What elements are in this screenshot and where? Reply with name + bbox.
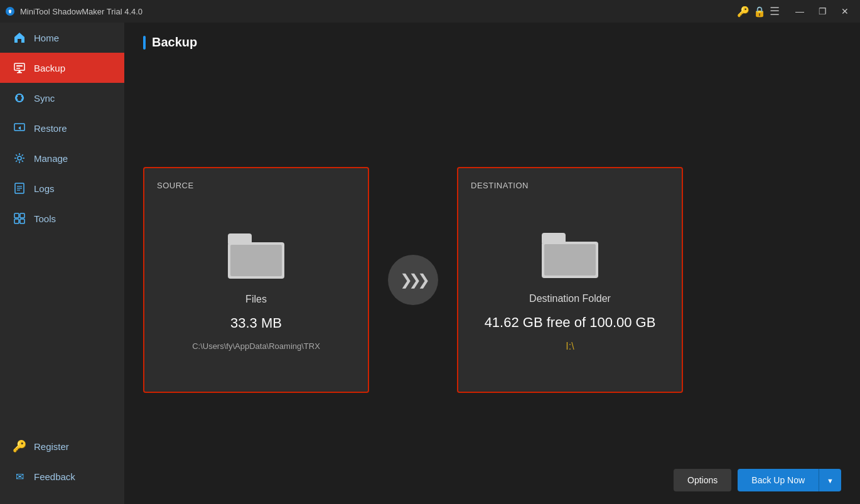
title-bar: MiniTool ShadowMaker Trial 4.4.0 🔑 🔒 ☰ —… xyxy=(0,0,860,23)
source-path: C:\Users\fy\AppData\Roaming\TRX xyxy=(192,341,320,351)
logs-icon xyxy=(13,181,26,195)
source-size: 33.3 MB xyxy=(230,315,282,331)
destination-label: DESTINATION xyxy=(471,181,669,190)
page-title: Backup xyxy=(152,35,197,50)
destination-folder-icon xyxy=(542,233,598,278)
backup-now-button[interactable]: Back Up Now xyxy=(738,469,819,491)
options-button[interactable]: Options xyxy=(674,469,731,491)
arrow-connector: ❯❯❯ xyxy=(388,255,438,305)
source-main-text: Files xyxy=(245,294,267,305)
title-bar-left: MiniTool ShadowMaker Trial 4.4.0 xyxy=(5,6,142,16)
tools-icon xyxy=(13,212,26,225)
restore-label: Restore xyxy=(34,123,67,134)
register-label: Register xyxy=(34,441,69,452)
sidebar-item-register[interactable]: 🔑 Register xyxy=(0,431,124,461)
sidebar: Home Backup xyxy=(0,23,124,504)
sidebar-bottom: 🔑 Register ✉ Feedback xyxy=(0,431,124,504)
close-button[interactable]: ✕ xyxy=(835,3,855,20)
main-layout: Home Backup xyxy=(0,23,860,504)
svg-point-6 xyxy=(18,156,21,160)
backup-now-group: Back Up Now ▼ xyxy=(738,469,841,491)
sync-icon xyxy=(13,91,26,105)
content-area: Backup SOURCE Files 33.3 MB C:\Users\fy\… xyxy=(124,23,860,504)
home-label: Home xyxy=(34,33,59,43)
key-button[interactable]: 🔑 xyxy=(737,6,750,18)
feedback-label: Feedback xyxy=(34,471,75,482)
sidebar-item-manage[interactable]: Manage xyxy=(0,143,124,173)
svg-rect-3 xyxy=(16,68,20,69)
source-icon-area: Files 33.3 MB C:\Users\fy\AppData\Roamin… xyxy=(157,205,355,379)
sidebar-item-restore[interactable]: Restore xyxy=(0,113,124,143)
backup-cards: SOURCE Files 33.3 MB C:\Users\fy\AppData… xyxy=(143,68,841,491)
arrow-symbol: ❯❯❯ xyxy=(400,271,426,289)
source-folder-icon xyxy=(228,233,284,279)
logs-label: Logs xyxy=(34,183,55,194)
sidebar-item-sync[interactable]: Sync xyxy=(0,83,124,113)
manage-label: Manage xyxy=(34,153,68,164)
restore-button[interactable]: ❐ xyxy=(812,3,832,20)
svg-rect-4 xyxy=(17,72,22,73)
bottom-bar: Options Back Up Now ▼ xyxy=(674,469,841,491)
source-card[interactable]: SOURCE Files 33.3 MB C:\Users\fy\AppData… xyxy=(143,167,369,393)
sidebar-item-feedback[interactable]: ✉ Feedback xyxy=(0,461,124,491)
backup-icon xyxy=(13,61,26,75)
destination-main-text: Destination Folder xyxy=(529,293,611,304)
tools-label: Tools xyxy=(34,213,56,224)
svg-rect-1 xyxy=(14,63,24,70)
svg-rect-14 xyxy=(20,219,24,223)
svg-rect-13 xyxy=(14,219,19,223)
manage-icon xyxy=(13,151,26,165)
destination-drive: I:\ xyxy=(566,341,574,352)
backup-label: Backup xyxy=(34,63,65,73)
svg-rect-11 xyxy=(14,213,19,218)
source-label: SOURCE xyxy=(157,181,355,190)
destination-icon-area: Destination Folder 41.62 GB free of 100.… xyxy=(471,205,669,379)
feedback-icon: ✉ xyxy=(13,469,26,483)
sync-label: Sync xyxy=(34,93,55,104)
app-icon xyxy=(5,6,15,16)
sidebar-item-logs[interactable]: Logs xyxy=(0,173,124,203)
lock-button[interactable]: 🔒 xyxy=(753,6,766,18)
page-title-bar xyxy=(143,36,146,50)
sidebar-item-tools[interactable]: Tools xyxy=(0,203,124,233)
sidebar-item-home[interactable]: Home xyxy=(0,23,124,53)
home-icon xyxy=(13,31,26,45)
restore-icon xyxy=(13,121,26,135)
menu-button[interactable]: ☰ xyxy=(770,4,780,18)
register-icon: 🔑 xyxy=(13,439,26,453)
minimize-button[interactable]: — xyxy=(790,3,810,20)
sidebar-item-backup[interactable]: Backup xyxy=(0,53,124,83)
page-title-container: Backup xyxy=(143,35,841,50)
window-controls: — ❐ ✕ xyxy=(790,3,855,20)
app-title: MiniTool ShadowMaker Trial 4.4.0 xyxy=(20,7,142,16)
svg-rect-2 xyxy=(16,65,23,67)
backup-now-dropdown[interactable]: ▼ xyxy=(819,469,841,491)
destination-card[interactable]: DESTINATION Destination Folder 41.62 GB … xyxy=(457,167,683,393)
title-bar-extra: 🔑 🔒 ☰ xyxy=(737,4,780,18)
dropdown-arrow-icon: ▼ xyxy=(827,477,834,485)
svg-rect-12 xyxy=(20,213,24,218)
destination-free: 41.62 GB free of 100.00 GB xyxy=(485,314,656,331)
